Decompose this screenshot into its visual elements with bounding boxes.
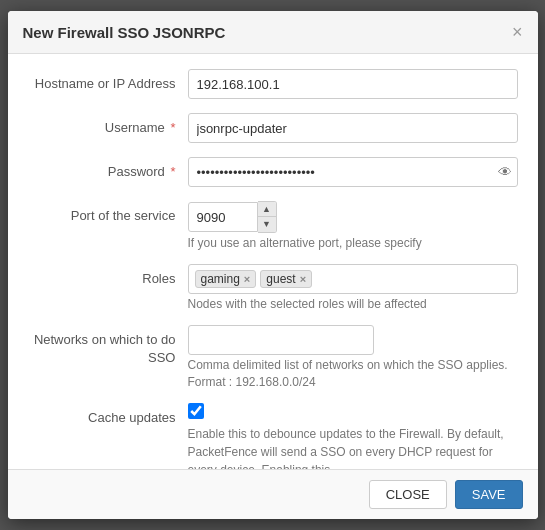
port-decrement-button[interactable]: ▼ [258, 217, 276, 232]
hostname-label: Hostname or IP Address [28, 69, 188, 93]
save-button[interactable]: SAVE [455, 480, 523, 509]
modal-dialog: New Firewall SSO JSONRPC × Hostname or I… [8, 11, 538, 519]
password-wrapper: 👁 [188, 157, 518, 187]
networks-label: Networks on which to do SSO [28, 325, 188, 367]
role-tag-guest: guest × [260, 270, 312, 288]
password-toggle-button[interactable]: 👁 [498, 164, 512, 180]
modal-footer: CLOSE SAVE [8, 469, 538, 519]
role-tag-gaming: gaming × [195, 270, 257, 288]
role-tag-guest-label: guest [266, 272, 295, 286]
cache-group: Cache updates Enable this to debounce up… [28, 403, 518, 469]
port-hint: If you use an alternative port, please s… [188, 236, 422, 250]
port-group: Port of the service ▲ ▼ If you use an al… [28, 201, 518, 250]
password-required-star: * [170, 164, 175, 179]
networks-input[interactable] [188, 325, 374, 355]
modal-title: New Firewall SSO [23, 24, 150, 41]
networks-wrapper: Comma delimited list of networks on whic… [188, 325, 518, 389]
roles-label: Roles [28, 264, 188, 288]
port-label: Port of the service [28, 201, 188, 225]
modal-badge: JSONRPC [153, 24, 226, 41]
modal-body: Hostname or IP Address Username * Passwo… [8, 54, 538, 469]
eye-icon: 👁 [498, 164, 512, 180]
username-required-star: * [170, 120, 175, 135]
networks-group: Networks on which to do SSO Comma delimi… [28, 325, 518, 389]
port-controls: ▲ ▼ If you use an alternative port, plea… [188, 201, 422, 250]
cache-label: Cache updates [28, 403, 188, 427]
roles-group: Roles gaming × guest × Nodes with the se… [28, 264, 518, 311]
networks-hint2: Format : 192.168.0.0/24 [188, 375, 518, 389]
cache-checkbox-wrapper: Enable this to debounce updates to the F… [188, 403, 518, 469]
role-tag-gaming-label: gaming [201, 272, 240, 286]
port-increment-button[interactable]: ▲ [258, 202, 276, 217]
close-x-button[interactable]: × [512, 23, 523, 41]
password-label: Password * [28, 157, 188, 181]
username-label: Username * [28, 113, 188, 137]
cache-description: Enable this to debounce updates to the F… [188, 425, 518, 469]
modal-header: New Firewall SSO JSONRPC × [8, 11, 538, 54]
modal-title-area: New Firewall SSO JSONRPC [23, 24, 226, 41]
roles-input-box[interactable]: gaming × guest × [188, 264, 518, 294]
role-tag-guest-remove[interactable]: × [300, 273, 306, 285]
hostname-group: Hostname or IP Address [28, 69, 518, 99]
port-spinner-group: ▲ ▼ [188, 201, 422, 233]
username-group: Username * [28, 113, 518, 143]
password-input[interactable] [188, 157, 518, 187]
username-input[interactable] [188, 113, 518, 143]
modal-overlay: New Firewall SSO JSONRPC × Hostname or I… [0, 0, 545, 530]
roles-wrapper: gaming × guest × Nodes with the selected… [188, 264, 518, 311]
cache-checkbox-row [188, 403, 518, 419]
hostname-input[interactable] [188, 69, 518, 99]
networks-hint1: Comma delimited list of networks on whic… [188, 358, 518, 372]
roles-hint: Nodes with the selected roles will be af… [188, 297, 518, 311]
password-group: Password * 👁 [28, 157, 518, 187]
close-button[interactable]: CLOSE [369, 480, 447, 509]
role-tag-gaming-remove[interactable]: × [244, 273, 250, 285]
cache-checkbox[interactable] [188, 403, 204, 419]
port-input[interactable] [188, 202, 258, 232]
port-spinners: ▲ ▼ [258, 201, 277, 233]
